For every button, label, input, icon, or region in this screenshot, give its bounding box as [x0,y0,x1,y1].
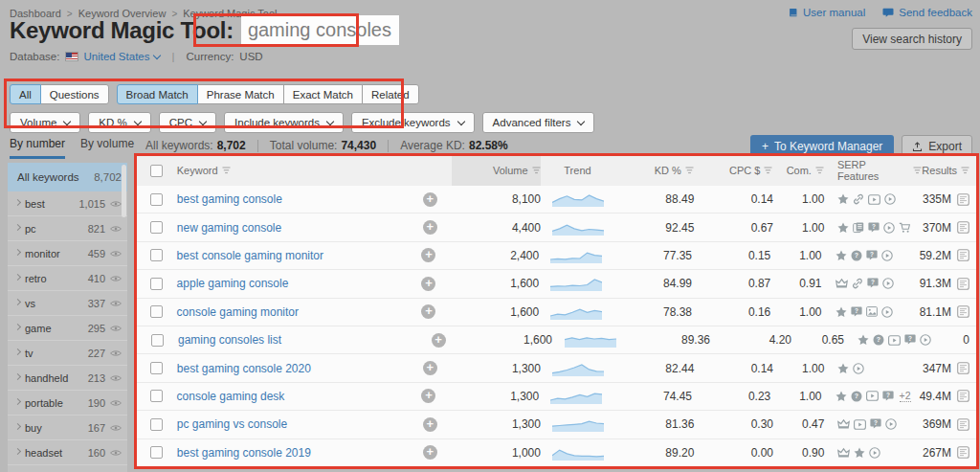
serp-snapshot-icon[interactable] [957,446,969,459]
serp-snapshot-icon[interactable] [957,305,969,318]
match-tab-exact-match[interactable]: Exact Match [283,84,363,104]
row-checkbox[interactable] [150,221,163,234]
filter-dropdown-cpc[interactable]: CPC [159,112,216,133]
row-checkbox[interactable] [150,390,163,402]
add-keyword-button[interactable]: + [421,248,435,262]
row-checkbox[interactable] [150,193,163,206]
sidebar-item-pc[interactable]: pc821 [8,216,127,241]
row-checkbox[interactable] [150,305,163,318]
send-feedback-link[interactable]: Send feedback [882,7,972,18]
add-keyword-button[interactable]: + [423,220,437,235]
eye-icon[interactable] [110,374,122,382]
keyword-link[interactable]: console gaming desk [177,390,285,403]
add-keyword-button[interactable]: + [423,417,437,432]
sidebar-item-monitor[interactable]: monitor459 [8,241,127,266]
serp-snapshot-icon[interactable] [957,249,969,261]
eye-icon[interactable] [110,399,122,407]
chevron-right-icon [14,447,21,454]
add-keyword-button[interactable]: + [432,333,446,348]
keyword-link[interactable]: apple gaming console [177,277,289,290]
keyword-link[interactable]: best console gaming monitor [177,249,323,262]
column-header-trend: Trend [564,165,590,176]
keyword-link[interactable]: pc gaming vs console [177,417,287,431]
match-tab-questions[interactable]: Questions [40,84,109,104]
sidebar-item-buy[interactable]: buy167 [8,416,127,440]
sidebar-item-best[interactable]: best1,015 [8,191,127,216]
serp-snapshot-icon[interactable] [957,193,969,206]
eye-icon[interactable] [110,250,122,258]
eye-icon[interactable] [110,225,122,233]
row-checkbox[interactable] [150,446,163,459]
add-keyword-button[interactable]: + [421,304,435,319]
database-selector[interactable]: United States [65,51,160,62]
svg-text:?: ? [854,252,858,258]
column-header-keyword[interactable]: Keyword [177,165,231,176]
keyword-link[interactable]: gaming consoles list [178,333,281,347]
sidebar-item-retro[interactable]: retro410 [8,266,127,291]
divider [388,140,389,152]
keyword-link[interactable]: best gaming console [177,192,282,206]
serp-snapshot-icon[interactable] [957,221,969,234]
tab-by-volume[interactable]: By volume [80,137,134,159]
column-header-kd[interactable]: KD % [655,165,694,176]
filter-dropdown-volume[interactable]: Volume [10,112,80,133]
keyword-link[interactable]: console gaming monitor [177,305,299,319]
serp-snapshot-icon[interactable] [957,362,969,374]
sidebar-item-vs[interactable]: vs337 [8,291,127,316]
tab-by-number[interactable]: By number [10,137,65,159]
filter-dropdown-kd[interactable]: KD % [88,112,150,133]
eye-icon[interactable] [110,449,122,457]
serp-snapshot-icon[interactable] [957,390,969,402]
column-header-results[interactable]: Results [922,165,969,176]
keyword-query-input[interactable] [248,19,392,41]
eye-icon[interactable] [110,325,122,332]
filter-dropdown-includekeywords[interactable]: Include keywords [224,112,344,133]
row-checkbox[interactable] [150,278,163,290]
filter-dropdown-advancedfilters[interactable]: Advanced filters [482,112,595,133]
serp-snapshot-icon[interactable] [957,418,969,431]
sidebar-item-headset[interactable]: headset160 [8,440,127,465]
eye-icon[interactable] [110,300,122,307]
user-manual-link[interactable]: User manual [788,7,865,18]
match-tab-broad-match[interactable]: Broad Match [117,84,198,104]
sidebar-item-portable[interactable]: portable190 [8,391,127,416]
table-row: console gaming desk + 1,300 74.45 0.23 1… [136,383,977,411]
add-keyword-button[interactable]: + [423,445,437,460]
keyword-link[interactable]: best gaming console 2020 [177,362,311,375]
serp-snapshot-icon[interactable] [957,278,969,290]
serp-more-count[interactable]: +2 [900,390,911,402]
keyword-link[interactable]: new gaming console [177,221,281,235]
sidebar-item-all-keywords[interactable]: All keywords8,702 [8,163,127,191]
row-checkbox[interactable] [150,362,163,374]
match-tab-all[interactable]: All [10,84,41,104]
row-checkbox[interactable] [150,249,163,261]
select-all-checkbox[interactable] [150,165,163,177]
row-checkbox[interactable] [150,418,163,431]
com-cell: 1.00 [770,249,821,262]
table-row: console gaming monitor + 1,600 78.38 0.1… [136,299,977,326]
add-keyword-button[interactable]: + [421,389,435,403]
sidebar-item-tv[interactable]: tv227 [8,341,127,366]
svg-text:?: ? [886,392,890,398]
view-search-history-button[interactable]: View search history [852,28,972,50]
sidebar-item-handheld[interactable]: handheld213 [8,366,127,391]
eye-icon[interactable] [110,424,122,432]
add-keyword-button[interactable]: + [423,361,437,375]
column-header-serpfeatures[interactable]: SERP Features [837,159,922,182]
eye-icon[interactable] [110,349,122,357]
row-checkbox[interactable] [151,334,164,347]
column-header-volume[interactable]: Volume [493,165,541,176]
sidebar-item-game[interactable]: game295 [8,316,127,341]
match-tab-related[interactable]: Related [362,84,419,104]
export-icon [912,142,923,152]
keyword-link[interactable]: best gaming console 2019 [177,446,311,460]
column-header-cpc[interactable]: CPC $ [729,165,772,176]
eye-icon[interactable] [110,200,122,208]
eye-icon[interactable] [110,275,122,282]
column-header-com[interactable]: Com. [787,165,824,176]
add-keyword-button[interactable]: + [423,192,437,207]
sidebar-scrollbar[interactable] [122,165,126,217]
filter-dropdown-excludekeywords[interactable]: Exclude keywords [351,112,475,133]
add-keyword-button[interactable]: + [421,277,435,291]
match-tab-phrase-match[interactable]: Phrase Match [197,84,284,104]
